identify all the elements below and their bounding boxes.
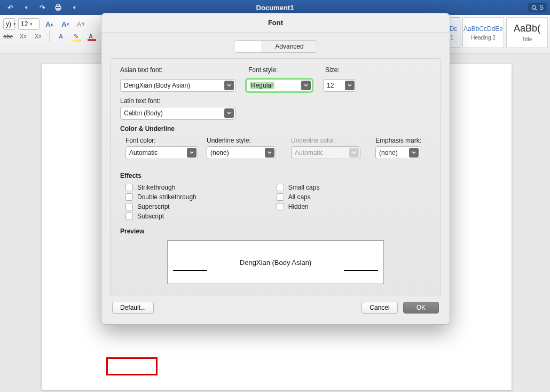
section-color-underline: Color & Underline: [120, 125, 431, 132]
chevron-down-icon: [265, 148, 274, 158]
chevron-down-icon: [224, 108, 234, 118]
section-effects: Effects: [120, 172, 431, 179]
chevron-down-icon: [224, 81, 234, 90]
checkbox-allcaps[interactable]: All caps: [277, 193, 320, 201]
tab-segment: Advanced: [234, 40, 317, 53]
label-size: Size:: [325, 66, 368, 74]
label-font-style: Font style:: [248, 66, 323, 74]
checkbox-double-strike[interactable]: Double strikethrough: [125, 193, 197, 201]
label-underline-color: Underline color:: [291, 137, 364, 144]
highlight-annotation: [106, 357, 158, 375]
chevron-down-icon: [301, 81, 311, 90]
section-preview: Preview: [120, 228, 431, 235]
checkbox-superscript[interactable]: Superscript: [125, 203, 197, 210]
label-asian-font: Asian text font:: [120, 66, 246, 74]
cancel-button[interactable]: Cancel: [362, 302, 397, 313]
checkbox-hidden[interactable]: Hidden: [277, 203, 320, 210]
checkbox-smallcaps[interactable]: Small caps: [277, 184, 320, 191]
label-latin-font: Latin text font:: [120, 97, 431, 105]
ok-button[interactable]: OK: [403, 302, 439, 313]
underline-style-select[interactable]: (none): [207, 146, 276, 159]
preview-text: DengXian (Body Asian): [240, 258, 311, 266]
asian-font-select[interactable]: DengXian (Body Asian): [120, 79, 235, 92]
label-underline-style: Underline style:: [207, 137, 279, 144]
dialog-title: Font: [101, 13, 450, 33]
font-dialog: Font Advanced Asian text font: Font styl…: [101, 13, 450, 325]
label-emphasis: Emphasis mark:: [375, 137, 427, 144]
chevron-down-icon: [187, 148, 197, 158]
default-button[interactable]: Default...: [112, 302, 154, 313]
underline-color-select: Automatic: [291, 146, 360, 159]
font-style-select[interactable]: Regular: [246, 79, 312, 92]
preview-frame: DengXian (Body Asian): [167, 240, 384, 284]
emphasis-select[interactable]: (none): [375, 146, 420, 159]
tab-advanced[interactable]: Advanced: [262, 41, 316, 52]
checkbox-subscript[interactable]: Subscript: [125, 213, 197, 220]
font-size-select[interactable]: 12: [323, 79, 356, 92]
latin-font-select[interactable]: Calibri (Body): [120, 107, 235, 120]
dialog-backdrop: Font Advanced Asian text font: Font styl…: [0, 0, 550, 392]
chevron-down-icon: [409, 148, 419, 158]
tab-font[interactable]: [234, 41, 262, 52]
chevron-down-icon: [349, 148, 359, 158]
font-panel: Asian text font: Font style: Size: DengX…: [110, 58, 441, 295]
font-color-select[interactable]: Automatic: [125, 146, 198, 159]
chevron-down-icon: [345, 81, 355, 90]
label-font-color: Font color:: [125, 137, 195, 144]
checkbox-strikethrough[interactable]: Strikethrough: [125, 184, 197, 191]
